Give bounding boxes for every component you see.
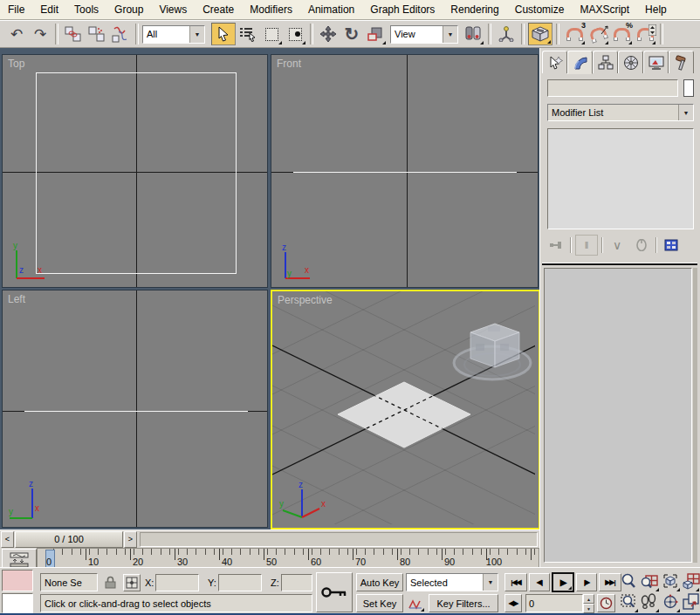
zoom-extents-button[interactable] (662, 572, 681, 592)
dropdown-arrow-icon[interactable]: ▼ (678, 105, 693, 120)
select-and-rotate-button[interactable]: ↻ (340, 23, 363, 45)
menu-animation[interactable]: Animation (300, 1, 362, 19)
viewport-top[interactable]: Top y x z (2, 54, 268, 288)
macro-recorder-pane[interactable] (2, 570, 33, 591)
next-frame-button[interactable]: |▶ (576, 573, 597, 591)
menu-edit[interactable]: Edit (32, 1, 66, 19)
set-key-button[interactable]: Set Key (356, 594, 403, 612)
z-coordinate-field[interactable] (281, 574, 312, 591)
object-name-field[interactable] (547, 79, 678, 97)
svg-text:z: z (19, 265, 24, 275)
tab-hierarchy[interactable] (593, 51, 618, 73)
previous-frame-button[interactable]: ◀| (529, 573, 550, 591)
play-animation-button[interactable]: ▶ (552, 572, 574, 592)
tab-utilities[interactable] (669, 51, 694, 73)
key-filters-button[interactable]: Key Filters... (429, 594, 498, 612)
frame-spinner-up[interactable]: ▲ (583, 594, 594, 604)
maximize-viewport-toggle[interactable] (683, 593, 700, 613)
zoom-all-button[interactable] (641, 572, 660, 592)
window-crossing-toggle-button[interactable] (284, 23, 306, 45)
time-slider-next-button[interactable]: > (124, 531, 137, 548)
zoom-extents-all-button[interactable] (683, 572, 700, 592)
time-slider-handle[interactable]: 0 / 100 (15, 531, 123, 548)
time-slider-prev-button[interactable]: < (1, 531, 14, 548)
time-configuration-button[interactable] (597, 594, 615, 612)
snap-toggle-3d-button[interactable]: 3 (563, 23, 586, 45)
auto-key-button[interactable]: Auto Key (356, 573, 403, 591)
bind-to-space-warp-button[interactable] (109, 23, 132, 45)
selection-filter-dropdown[interactable]: All ▼ (142, 25, 205, 44)
zoom-button[interactable] (620, 572, 639, 592)
menu-help[interactable]: Help (637, 1, 675, 19)
spinner-snap-toggle-button[interactable] (634, 23, 656, 45)
dropdown-arrow-icon[interactable]: ▼ (443, 26, 457, 43)
configure-modifier-sets-button[interactable] (661, 236, 682, 255)
angle-snap-toggle-button[interactable] (587, 23, 609, 45)
key-mode-toggle-button[interactable]: ◀▶ (504, 594, 522, 612)
key-mode-dropdown[interactable]: Selected ▼ (406, 573, 498, 591)
tab-display[interactable] (643, 51, 669, 73)
panel-scrollbar[interactable] (693, 268, 697, 563)
menu-file[interactable]: File (0, 1, 32, 19)
goto-end-button[interactable]: ▶▶| (599, 573, 621, 591)
menu-views[interactable]: Views (151, 1, 195, 19)
plane-object-edge[interactable] (24, 411, 248, 412)
object-color-swatch[interactable] (683, 79, 694, 97)
menu-maxscript[interactable]: MAXScript (572, 1, 637, 19)
tab-motion[interactable] (618, 51, 643, 73)
unlink-selection-button[interactable] (86, 23, 108, 45)
absolute-mode-transform-toggle[interactable] (123, 574, 141, 591)
use-pivot-point-center-button[interactable] (462, 23, 484, 45)
rectangular-selection-region-button[interactable] (260, 23, 283, 45)
keyboard-shortcut-override-toggle[interactable] (528, 23, 552, 45)
percent-snap-toggle-button[interactable]: % (610, 23, 633, 45)
selection-count-field[interactable]: None Se (40, 573, 98, 591)
tab-create[interactable] (542, 51, 567, 73)
selection-lock-toggle[interactable] (102, 574, 118, 591)
select-object-button[interactable] (211, 23, 236, 45)
select-and-link-button[interactable] (62, 23, 85, 45)
menu-tools[interactable]: Tools (66, 1, 106, 19)
select-and-move-button[interactable] (317, 23, 340, 45)
selection-count-text: None Se (45, 577, 82, 588)
set-keys-button[interactable] (316, 572, 353, 612)
select-by-name-button[interactable] (237, 23, 259, 45)
make-unique-button[interactable]: ∨ (607, 236, 628, 255)
menu-group[interactable]: Group (106, 1, 151, 19)
menu-create[interactable]: Create (195, 1, 242, 19)
pan-walk-through-button[interactable] (641, 593, 660, 613)
show-end-result-button[interactable]: ‖ (575, 235, 598, 256)
reference-coordinate-system-dropdown[interactable]: View ▼ (390, 25, 458, 44)
default-key-tangents-button[interactable] (406, 594, 425, 612)
arc-rotate-button[interactable] (662, 593, 681, 613)
select-and-scale-button[interactable] (364, 23, 387, 45)
tab-modify[interactable] (567, 51, 593, 74)
modifier-stack-list[interactable] (547, 128, 694, 229)
plane-object-edge[interactable] (293, 172, 517, 173)
y-coordinate-field[interactable] (218, 574, 262, 591)
x-coordinate-field[interactable] (155, 574, 199, 591)
remove-modifier-button[interactable] (631, 236, 652, 255)
menu-modifiers[interactable]: Modifiers (242, 1, 300, 19)
select-and-manipulate-button[interactable] (495, 23, 518, 45)
frame-spinner-down[interactable]: ▼ (583, 604, 594, 613)
redo-button[interactable]: ↷ (29, 23, 51, 45)
viewport-left[interactable]: Left z y x (2, 290, 268, 528)
zoom-region-button[interactable] (620, 593, 639, 613)
current-frame-field[interactable] (525, 594, 583, 612)
maxscript-mini-listener[interactable] (2, 593, 33, 613)
modifier-list-dropdown[interactable]: Modifier List ▼ (547, 104, 694, 121)
dropdown-arrow-icon[interactable]: ▼ (189, 26, 204, 43)
viewport-perspective[interactable]: Perspective (271, 290, 540, 530)
undo-button[interactable]: ↶ (5, 23, 28, 45)
zoom-extents-all-icon (683, 572, 700, 590)
time-slider-track[interactable] (140, 532, 538, 547)
menu-graph-editors[interactable]: Graph Editors (362, 1, 443, 19)
plane-object-outline[interactable] (36, 72, 237, 274)
menu-customize[interactable]: Customize (507, 1, 573, 19)
pin-stack-button[interactable] (546, 236, 566, 255)
dropdown-arrow-icon[interactable]: ▼ (483, 574, 498, 591)
goto-start-button[interactable]: |◀◀ (504, 573, 527, 591)
viewport-front[interactable]: Front z x y (271, 54, 539, 288)
menu-rendering[interactable]: Rendering (443, 1, 506, 19)
